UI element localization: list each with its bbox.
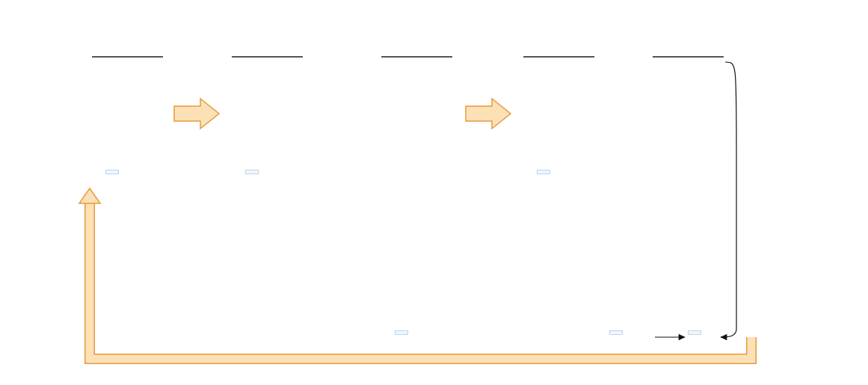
svg-marker-1 (466, 99, 511, 129)
big-arrow-2 (462, 96, 514, 132)
svg-marker-3 (79, 188, 100, 203)
stage1-table1 (92, 56, 163, 58)
stage3-rename-dst-label (688, 330, 701, 335)
stage1-table1-label (105, 170, 119, 174)
arrows-overlay (0, 0, 868, 385)
stage2-table1-label (245, 170, 259, 174)
stage2-table2 (381, 56, 452, 58)
stage3-table2 (653, 56, 724, 58)
stage3-table1 (523, 56, 594, 58)
stage3-rename-src-label (609, 330, 623, 335)
stage2-table2-label (395, 330, 408, 335)
stage2-table1 (232, 56, 303, 58)
stage3-table1-label (537, 170, 550, 174)
svg-marker-0 (174, 99, 219, 129)
big-arrow-1 (170, 96, 223, 132)
